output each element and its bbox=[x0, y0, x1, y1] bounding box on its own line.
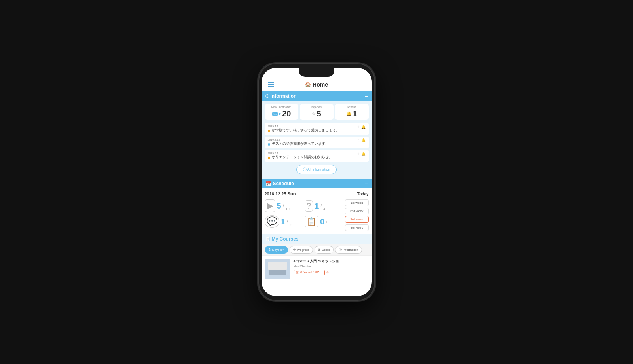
schedule-section-header: 📅 Schedule − bbox=[262, 179, 372, 188]
important-value: ☆ 5 bbox=[302, 109, 331, 118]
schedule-section: 📅 Schedule − 2016.12.25 Sun. Today bbox=[262, 179, 372, 234]
quiz-count: 1 bbox=[315, 202, 319, 210]
remind-label: Remind bbox=[337, 106, 366, 108]
important-label: Important bbox=[302, 106, 331, 108]
courses-tabs: ⏱ Days left ⟳ Progress ⊞ Score ⓘ Informa… bbox=[262, 244, 372, 255]
report-count: 0 bbox=[320, 218, 324, 226]
my-courses-header: 📄 My Courses bbox=[262, 234, 372, 244]
info-item-2[interactable]: 2019.4.12 テストの受験期限が迫っています。 ☆ 🔔 bbox=[265, 136, 369, 148]
schedule-body: 2016.12.25 Sun. Today ▶ 5 / 10 bbox=[262, 188, 372, 234]
information-collapse-button[interactable]: − bbox=[364, 93, 368, 99]
new-info-label: New Information bbox=[267, 106, 296, 108]
progress-tab[interactable]: ⟳ Progress bbox=[290, 246, 313, 254]
important-stat: Important ☆ 5 bbox=[300, 104, 334, 120]
chat-count: 1 bbox=[281, 218, 285, 226]
phone-screen: 🏠 Home ⓘ Information − bbox=[262, 68, 372, 296]
info-dot-blue bbox=[268, 143, 270, 146]
info-dot-orange bbox=[268, 130, 270, 132]
course-card-1[interactable]: eコマース入門 〜ネットショ… NextChapter 第1章 Yahoo! J… bbox=[262, 255, 372, 282]
information-section: ⓘ Information − New Information New ▶ bbox=[262, 91, 372, 179]
week-selector: 1st week 2nd week 3rd week 4th week bbox=[345, 199, 369, 231]
chat-stat: 💬 1 / 2 bbox=[265, 215, 302, 228]
course-image bbox=[265, 259, 290, 279]
report-icon: 📋 bbox=[305, 216, 318, 228]
arrow-icon: ▶ bbox=[279, 112, 281, 116]
notch bbox=[299, 68, 334, 77]
favorite-icon: ☆ bbox=[357, 125, 360, 129]
info-item-3[interactable]: 2019.6.1 オリエンテーション開講のお知らせ。 ☆ 🔔 bbox=[265, 150, 369, 162]
video-icon: ▶ bbox=[265, 199, 275, 212]
quiz-icon: ? bbox=[305, 200, 313, 212]
quiz-denom: 4 bbox=[323, 207, 325, 211]
chat-icon: 💬 bbox=[265, 215, 279, 228]
schedule-date: 2016.12.25 Sun. bbox=[265, 191, 297, 196]
course-info: eコマース入門 〜ネットショ… NextChapter 第1章 Yahoo! J… bbox=[294, 259, 369, 279]
bell-icon: 🔔 bbox=[346, 111, 352, 116]
video-count: 5 bbox=[277, 202, 281, 210]
course-chapter-tag: 第1章 Yahoo! JAPA… bbox=[294, 270, 325, 275]
star-icon: ☆ bbox=[312, 111, 316, 116]
info-dot-orange-2 bbox=[268, 157, 270, 159]
courses-icon: 📄 bbox=[265, 237, 270, 241]
chat-denom: 2 bbox=[290, 223, 292, 227]
information-body: New Information New ▶ 20 Important ☆ bbox=[262, 101, 372, 179]
menu-button[interactable] bbox=[268, 82, 274, 88]
information-tab[interactable]: ⓘ Information bbox=[335, 246, 362, 254]
info-item-1[interactable]: 2019.4.1 新学期です。張り切って受講しましょう。 ☆ 🔔 bbox=[265, 123, 369, 135]
schedule-stats: ▶ 5 / 10 ? 1 / 4 bbox=[265, 199, 342, 231]
week-3-button[interactable]: 3rd week bbox=[345, 216, 369, 223]
course-title: eコマース入門 〜ネットショ… bbox=[294, 259, 369, 264]
course-subtitle: NextChapter bbox=[294, 265, 369, 268]
score-tab[interactable]: ⊞ Score bbox=[315, 246, 334, 254]
week-2-button[interactable]: 2nd week bbox=[345, 208, 369, 214]
home-icon: 🏠 bbox=[305, 82, 311, 87]
report-denom: 1 bbox=[329, 223, 331, 227]
page-title: Home bbox=[313, 82, 328, 88]
today-label: Today bbox=[357, 192, 369, 196]
quiz-stat: ? 1 / 4 bbox=[305, 199, 342, 212]
my-courses-section: 📄 My Courses ⏱ Days left ⟳ Progress ⊞ Sc… bbox=[262, 234, 372, 282]
schedule-title: 📅 Schedule bbox=[265, 181, 294, 186]
week-4-button[interactable]: 4th week bbox=[345, 224, 369, 231]
remind-icon-2: 🔔 bbox=[361, 138, 366, 142]
new-info-value: New ▶ 20 bbox=[267, 109, 296, 118]
favorite-icon-2: ☆ bbox=[357, 138, 360, 142]
remind-icon: 🔔 bbox=[361, 125, 366, 129]
info-stats-row: New Information New ▶ 20 Important ☆ bbox=[265, 104, 369, 120]
calendar-icon: 📅 bbox=[265, 181, 271, 186]
schedule-stats-row-2: 💬 1 / 2 📋 0 / 1 bbox=[265, 215, 342, 228]
schedule-stats-row-1: ▶ 5 / 10 ? 1 / 4 bbox=[265, 199, 342, 212]
remind-icon-3: 🔔 bbox=[361, 152, 366, 156]
favorite-icon-3: ☆ bbox=[357, 152, 360, 156]
app-content[interactable]: 🏠 Home ⓘ Information − bbox=[262, 68, 372, 296]
phone-shell: 🏠 Home ⓘ Information − bbox=[258, 63, 375, 301]
remind-stat: Remind 🔔 1 bbox=[335, 104, 369, 120]
app-header: 🏠 Home bbox=[262, 80, 372, 91]
video-stat: ▶ 5 / 10 bbox=[265, 199, 302, 212]
information-title: ⓘ Information bbox=[265, 93, 297, 99]
all-information-button[interactable]: ⓘ All Information bbox=[296, 165, 337, 174]
new-information-stat: New Information New ▶ 20 bbox=[265, 104, 298, 120]
new-badge: New bbox=[272, 112, 278, 116]
course-thumbnail bbox=[265, 259, 290, 279]
remind-value: 🔔 1 bbox=[337, 109, 366, 118]
schedule-collapse-button[interactable]: − bbox=[364, 181, 368, 186]
video-denom: 10 bbox=[286, 207, 290, 211]
week-1-button[interactable]: 1st week bbox=[345, 199, 369, 206]
schedule-top-row: 2016.12.25 Sun. Today bbox=[265, 191, 369, 196]
course-tag-extra: ⊙- bbox=[326, 271, 330, 274]
my-courses-title: My Courses bbox=[272, 236, 299, 242]
report-stat: 📋 0 / 1 bbox=[305, 215, 342, 228]
schedule-grid: ▶ 5 / 10 ? 1 / 4 bbox=[265, 199, 369, 231]
information-section-header: ⓘ Information − bbox=[262, 91, 372, 101]
days-left-tab[interactable]: ⏱ Days left bbox=[265, 246, 288, 254]
info-icon: ⓘ bbox=[265, 94, 269, 99]
